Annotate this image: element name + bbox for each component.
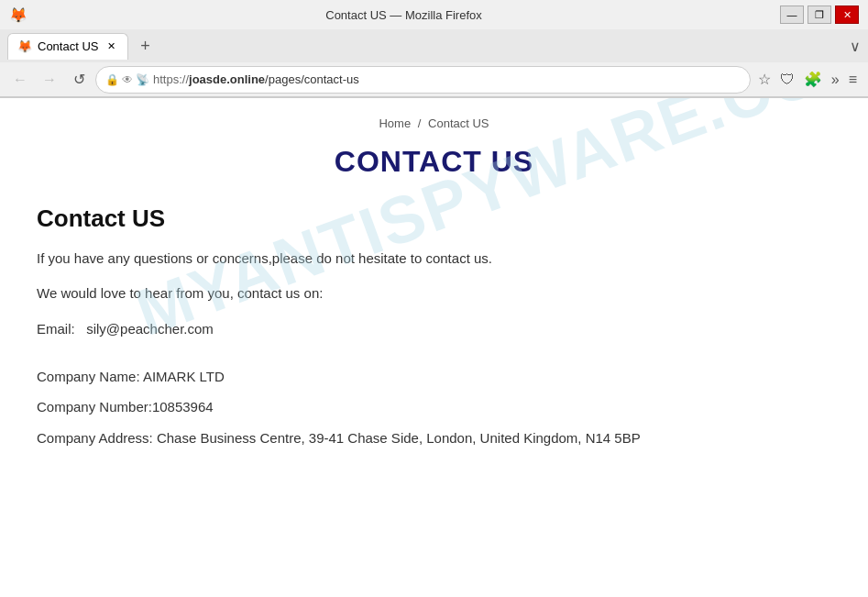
tab-list-button[interactable]: ∨ — [850, 38, 861, 55]
love-text: We would love to hear from you, contact … — [37, 282, 831, 304]
breadcrumb: Home / Contact US — [37, 116, 831, 130]
page-heading: CONTACT US — [37, 145, 831, 179]
title-bar: 🦊 Contact US — Mozilla Firefox — ❐ ✕ — [0, 0, 868, 29]
hamburger-menu-button[interactable]: ≡ — [845, 70, 861, 90]
close-button[interactable]: ✕ — [835, 6, 859, 24]
overflow-button[interactable]: » — [828, 70, 843, 90]
tracking-icon: 👁 — [122, 73, 133, 86]
back-button[interactable]: ← — [7, 67, 33, 93]
restore-button[interactable]: ❐ — [808, 6, 831, 24]
forward-button[interactable]: → — [37, 67, 62, 93]
company-address: Company Address: Chase Business Centre, … — [37, 426, 831, 450]
security-icon: 🔒 — [105, 73, 119, 86]
url-protocol: https:// — [153, 72, 189, 86]
active-tab[interactable]: 🦊 Contact US ✕ — [7, 33, 128, 60]
breadcrumb-separator: / — [418, 116, 422, 130]
company-name: Company Name: AIMARK LTD — [37, 365, 831, 389]
tab-favicon: 🦊 — [17, 39, 32, 53]
nav-bar-right: ☆ 🛡 🧩 » ≡ — [754, 69, 861, 90]
window-controls: — ❐ ✕ — [780, 6, 859, 24]
refresh-button[interactable]: ↺ — [66, 67, 92, 93]
breadcrumb-home[interactable]: Home — [379, 116, 411, 130]
section-title: Contact US — [37, 205, 831, 233]
intro-text: If you have any questions or concerns,pl… — [37, 248, 831, 270]
extensions-icon[interactable]: 🧩 — [800, 69, 826, 90]
minimize-button[interactable]: — — [780, 6, 804, 24]
email-label: Email: — [37, 321, 75, 337]
url-path: /pages/contact-us — [265, 72, 359, 86]
company-number: Company Number:10853964 — [37, 395, 831, 419]
breadcrumb-current: Contact US — [428, 116, 489, 130]
email-line: Email: sily@peachcher.com — [37, 317, 831, 341]
email-value[interactable]: sily@peachcher.com — [86, 321, 214, 337]
pocket-icon[interactable]: 🛡 — [776, 70, 798, 90]
tab-close-button[interactable]: ✕ — [104, 39, 118, 54]
tracking2-icon: 📡 — [136, 73, 149, 86]
address-icons: 🔒 👁 📡 — [105, 73, 149, 86]
new-tab-button[interactable]: + — [132, 33, 158, 59]
address-bar[interactable]: 🔒 👁 📡 https://joasde.online/pages/contac… — [95, 66, 751, 94]
firefox-logo-icon: 🦊 — [9, 6, 27, 24]
page-content: MYANTISPYWARE.COM Home / Contact US CONT… — [0, 98, 868, 597]
tab-bar: 🦊 Contact US ✕ + ∨ — [0, 29, 868, 62]
url-domain: joasde.online — [189, 72, 265, 86]
bookmark-star-icon[interactable]: ☆ — [754, 69, 775, 90]
nav-bar: ← → ↺ 🔒 👁 📡 https://joasde.online/pages/… — [0, 62, 868, 97]
tab-label: Contact US — [38, 39, 98, 53]
window-title: Contact US — Mozilla Firefox — [325, 8, 482, 22]
address-text: https://joasde.online/pages/contact-us — [153, 72, 741, 86]
